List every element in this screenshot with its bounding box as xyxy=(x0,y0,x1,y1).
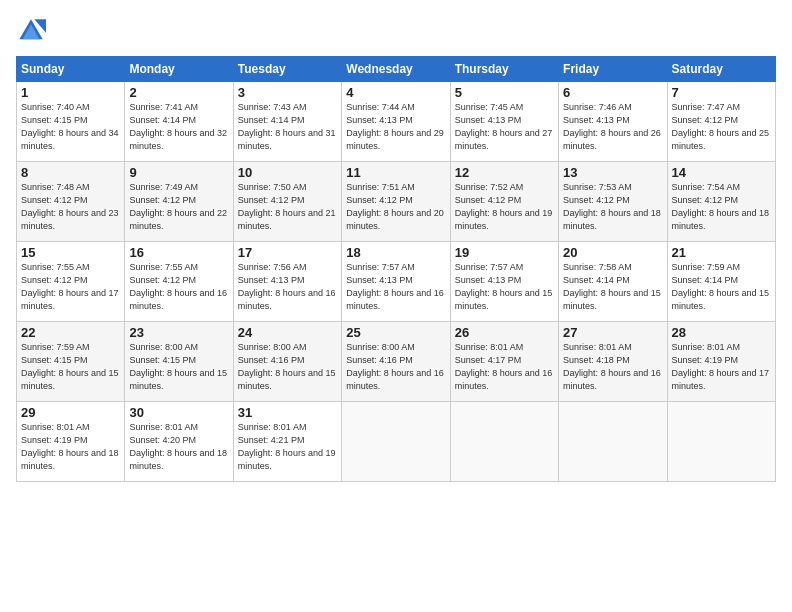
day-cell: 6 Sunrise: 7:46 AMSunset: 4:13 PMDayligh… xyxy=(559,82,667,162)
day-info: Sunrise: 7:44 AMSunset: 4:13 PMDaylight:… xyxy=(346,102,444,151)
day-info: Sunrise: 8:01 AMSunset: 4:21 PMDaylight:… xyxy=(238,422,336,471)
day-info: Sunrise: 7:56 AMSunset: 4:13 PMDaylight:… xyxy=(238,262,336,311)
day-number: 7 xyxy=(672,85,771,100)
day-cell: 26 Sunrise: 8:01 AMSunset: 4:17 PMDaylig… xyxy=(450,322,558,402)
col-monday: Monday xyxy=(125,57,233,82)
day-cell: 1 Sunrise: 7:40 AMSunset: 4:15 PMDayligh… xyxy=(17,82,125,162)
header xyxy=(16,16,776,46)
col-friday: Friday xyxy=(559,57,667,82)
day-cell: 4 Sunrise: 7:44 AMSunset: 4:13 PMDayligh… xyxy=(342,82,450,162)
day-info: Sunrise: 7:59 AMSunset: 4:15 PMDaylight:… xyxy=(21,342,119,391)
day-number: 9 xyxy=(129,165,228,180)
day-number: 4 xyxy=(346,85,445,100)
day-cell: 13 Sunrise: 7:53 AMSunset: 4:12 PMDaylig… xyxy=(559,162,667,242)
day-cell: 25 Sunrise: 8:00 AMSunset: 4:16 PMDaylig… xyxy=(342,322,450,402)
day-number: 1 xyxy=(21,85,120,100)
day-info: Sunrise: 7:53 AMSunset: 4:12 PMDaylight:… xyxy=(563,182,661,231)
day-number: 27 xyxy=(563,325,662,340)
col-sunday: Sunday xyxy=(17,57,125,82)
week-row-2: 8 Sunrise: 7:48 AMSunset: 4:12 PMDayligh… xyxy=(17,162,776,242)
day-number: 3 xyxy=(238,85,337,100)
day-info: Sunrise: 7:40 AMSunset: 4:15 PMDaylight:… xyxy=(21,102,119,151)
day-cell: 30 Sunrise: 8:01 AMSunset: 4:20 PMDaylig… xyxy=(125,402,233,482)
day-cell: 28 Sunrise: 8:01 AMSunset: 4:19 PMDaylig… xyxy=(667,322,775,402)
day-number: 11 xyxy=(346,165,445,180)
day-number: 30 xyxy=(129,405,228,420)
day-cell xyxy=(559,402,667,482)
day-info: Sunrise: 7:48 AMSunset: 4:12 PMDaylight:… xyxy=(21,182,119,231)
day-cell: 29 Sunrise: 8:01 AMSunset: 4:19 PMDaylig… xyxy=(17,402,125,482)
day-info: Sunrise: 7:57 AMSunset: 4:13 PMDaylight:… xyxy=(346,262,444,311)
col-saturday: Saturday xyxy=(667,57,775,82)
day-cell: 11 Sunrise: 7:51 AMSunset: 4:12 PMDaylig… xyxy=(342,162,450,242)
day-cell xyxy=(667,402,775,482)
day-cell: 21 Sunrise: 7:59 AMSunset: 4:14 PMDaylig… xyxy=(667,242,775,322)
day-number: 8 xyxy=(21,165,120,180)
week-row-1: 1 Sunrise: 7:40 AMSunset: 4:15 PMDayligh… xyxy=(17,82,776,162)
day-cell: 16 Sunrise: 7:55 AMSunset: 4:12 PMDaylig… xyxy=(125,242,233,322)
day-cell: 17 Sunrise: 7:56 AMSunset: 4:13 PMDaylig… xyxy=(233,242,341,322)
day-cell: 19 Sunrise: 7:57 AMSunset: 4:13 PMDaylig… xyxy=(450,242,558,322)
day-cell: 22 Sunrise: 7:59 AMSunset: 4:15 PMDaylig… xyxy=(17,322,125,402)
day-number: 17 xyxy=(238,245,337,260)
day-number: 2 xyxy=(129,85,228,100)
day-number: 14 xyxy=(672,165,771,180)
day-info: Sunrise: 7:41 AMSunset: 4:14 PMDaylight:… xyxy=(129,102,227,151)
logo xyxy=(16,16,50,46)
day-cell xyxy=(342,402,450,482)
day-info: Sunrise: 8:00 AMSunset: 4:16 PMDaylight:… xyxy=(238,342,336,391)
day-info: Sunrise: 7:55 AMSunset: 4:12 PMDaylight:… xyxy=(21,262,119,311)
calendar-table: Sunday Monday Tuesday Wednesday Thursday… xyxy=(16,56,776,482)
day-number: 19 xyxy=(455,245,554,260)
day-number: 10 xyxy=(238,165,337,180)
col-tuesday: Tuesday xyxy=(233,57,341,82)
day-cell: 8 Sunrise: 7:48 AMSunset: 4:12 PMDayligh… xyxy=(17,162,125,242)
day-number: 22 xyxy=(21,325,120,340)
day-info: Sunrise: 8:01 AMSunset: 4:17 PMDaylight:… xyxy=(455,342,553,391)
day-cell: 7 Sunrise: 7:47 AMSunset: 4:12 PMDayligh… xyxy=(667,82,775,162)
day-info: Sunrise: 8:01 AMSunset: 4:18 PMDaylight:… xyxy=(563,342,661,391)
day-number: 24 xyxy=(238,325,337,340)
day-info: Sunrise: 7:47 AMSunset: 4:12 PMDaylight:… xyxy=(672,102,770,151)
day-number: 20 xyxy=(563,245,662,260)
day-info: Sunrise: 7:51 AMSunset: 4:12 PMDaylight:… xyxy=(346,182,444,231)
day-cell: 5 Sunrise: 7:45 AMSunset: 4:13 PMDayligh… xyxy=(450,82,558,162)
day-info: Sunrise: 7:49 AMSunset: 4:12 PMDaylight:… xyxy=(129,182,227,231)
day-cell: 3 Sunrise: 7:43 AMSunset: 4:14 PMDayligh… xyxy=(233,82,341,162)
day-number: 26 xyxy=(455,325,554,340)
day-info: Sunrise: 8:00 AMSunset: 4:16 PMDaylight:… xyxy=(346,342,444,391)
day-cell: 12 Sunrise: 7:52 AMSunset: 4:12 PMDaylig… xyxy=(450,162,558,242)
day-number: 28 xyxy=(672,325,771,340)
day-cell: 23 Sunrise: 8:00 AMSunset: 4:15 PMDaylig… xyxy=(125,322,233,402)
day-info: Sunrise: 7:52 AMSunset: 4:12 PMDaylight:… xyxy=(455,182,553,231)
col-thursday: Thursday xyxy=(450,57,558,82)
day-info: Sunrise: 7:46 AMSunset: 4:13 PMDaylight:… xyxy=(563,102,661,151)
logo-icon xyxy=(16,16,46,46)
day-number: 16 xyxy=(129,245,228,260)
day-cell: 20 Sunrise: 7:58 AMSunset: 4:14 PMDaylig… xyxy=(559,242,667,322)
day-info: Sunrise: 7:58 AMSunset: 4:14 PMDaylight:… xyxy=(563,262,661,311)
col-wednesday: Wednesday xyxy=(342,57,450,82)
day-number: 6 xyxy=(563,85,662,100)
day-info: Sunrise: 7:59 AMSunset: 4:14 PMDaylight:… xyxy=(672,262,770,311)
week-row-4: 22 Sunrise: 7:59 AMSunset: 4:15 PMDaylig… xyxy=(17,322,776,402)
day-cell: 9 Sunrise: 7:49 AMSunset: 4:12 PMDayligh… xyxy=(125,162,233,242)
page: Sunday Monday Tuesday Wednesday Thursday… xyxy=(0,0,792,612)
day-number: 21 xyxy=(672,245,771,260)
day-info: Sunrise: 7:45 AMSunset: 4:13 PMDaylight:… xyxy=(455,102,553,151)
day-info: Sunrise: 7:57 AMSunset: 4:13 PMDaylight:… xyxy=(455,262,553,311)
day-number: 5 xyxy=(455,85,554,100)
day-number: 12 xyxy=(455,165,554,180)
day-info: Sunrise: 8:01 AMSunset: 4:19 PMDaylight:… xyxy=(672,342,770,391)
day-info: Sunrise: 7:55 AMSunset: 4:12 PMDaylight:… xyxy=(129,262,227,311)
day-info: Sunrise: 8:00 AMSunset: 4:15 PMDaylight:… xyxy=(129,342,227,391)
day-number: 31 xyxy=(238,405,337,420)
day-info: Sunrise: 7:50 AMSunset: 4:12 PMDaylight:… xyxy=(238,182,336,231)
week-row-5: 29 Sunrise: 8:01 AMSunset: 4:19 PMDaylig… xyxy=(17,402,776,482)
day-cell: 10 Sunrise: 7:50 AMSunset: 4:12 PMDaylig… xyxy=(233,162,341,242)
week-row-3: 15 Sunrise: 7:55 AMSunset: 4:12 PMDaylig… xyxy=(17,242,776,322)
day-info: Sunrise: 7:43 AMSunset: 4:14 PMDaylight:… xyxy=(238,102,336,151)
day-number: 29 xyxy=(21,405,120,420)
day-number: 15 xyxy=(21,245,120,260)
day-cell xyxy=(450,402,558,482)
